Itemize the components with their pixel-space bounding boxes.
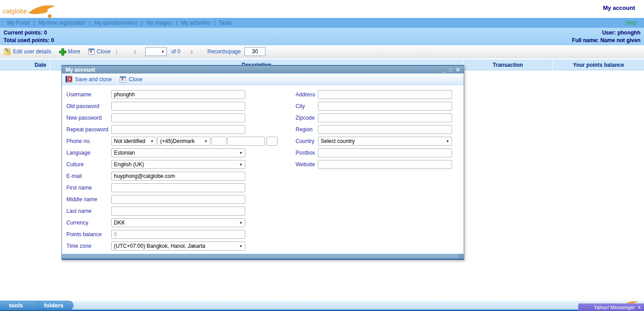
form-left-column: Username Old password New password Repea…	[66, 89, 278, 252]
dialog-toolbar: Save and close Close	[62, 73, 464, 85]
email-field[interactable]	[111, 172, 245, 181]
website-label: Website	[296, 161, 318, 168]
timezone-select[interactable]: (UTC+07:00) Bangkok, Hanoi, Jakarta ▼	[111, 242, 245, 251]
form-row: Language Estonian ▼	[66, 147, 278, 159]
close-icon[interactable]: ✕	[456, 67, 460, 73]
dialog-window-controls: _ □ ✕	[442, 67, 460, 73]
address-field[interactable]	[318, 90, 452, 99]
form-row: Username	[66, 89, 278, 100]
full-name: Full name: Name not given	[572, 37, 640, 44]
phone-number-field[interactable]	[227, 137, 265, 146]
my-account-dialog: My account _ □ ✕ Save and close Close Us…	[61, 65, 464, 260]
resize-grip-icon[interactable]	[458, 254, 463, 258]
currency-label: Currency	[66, 220, 111, 226]
edit-user-details-button[interactable]: Edit user details	[4, 48, 51, 55]
middle-name-label: Middle name	[66, 196, 111, 203]
close-button[interactable]: Close	[88, 48, 111, 55]
postbox-field[interactable]	[318, 148, 452, 157]
address-label: Address	[296, 91, 318, 98]
phone-country-select[interactable]: (+45)Denmark ▼	[157, 137, 210, 146]
nav-my-time-registration[interactable]: My time registration	[39, 20, 86, 26]
form-row: Last name	[66, 205, 278, 217]
nav-tasks[interactable]: Tasks	[219, 20, 233, 26]
next-page-icon[interactable]: ›	[190, 48, 193, 55]
form-row: New password	[66, 112, 278, 124]
new-password-label: New password	[66, 115, 111, 121]
form-row: Time zone (UTC+07:00) Bangkok, Hanoi, Ja…	[66, 240, 278, 252]
nav-my-portal[interactable]: My Portal	[7, 20, 30, 26]
form-row: Middle name	[66, 194, 278, 205]
dialog-status-bar	[62, 254, 464, 259]
save-disk-icon	[65, 76, 72, 82]
previous-page-icon[interactable]: ‹	[134, 48, 136, 55]
my-account-link[interactable]: My account	[603, 4, 635, 11]
chevron-down-icon: ▼	[446, 139, 449, 143]
nav-my-activities[interactable]: My activities	[181, 20, 210, 26]
city-field[interactable]	[318, 102, 452, 111]
last-name-field[interactable]	[111, 207, 245, 216]
user-summary: User: phonghh Full name: Name not given	[572, 29, 640, 44]
form-row: E-mail	[66, 170, 278, 182]
more-button[interactable]: More	[59, 48, 80, 55]
form-row: Region	[296, 124, 452, 135]
old-password-label: Old password	[66, 103, 111, 109]
column-header-transaction[interactable]: Transaction	[463, 60, 553, 70]
repeat-password-field[interactable]	[111, 125, 245, 134]
select-value: (UTC+07:00) Bangkok, Hanoi, Jakarta	[114, 243, 205, 249]
country-label: Country	[296, 138, 318, 144]
records-per-page-input[interactable]	[244, 47, 265, 56]
culture-select[interactable]: English (UK) ▼	[111, 160, 245, 169]
region-label: Region	[296, 126, 318, 133]
country-select[interactable]: Select country ▼	[318, 137, 452, 146]
nav-my-images[interactable]: My images	[146, 20, 172, 26]
first-name-label: First name	[66, 185, 111, 191]
phone-ext-field[interactable]	[266, 137, 278, 146]
currency-select[interactable]: DKK ▼	[111, 218, 245, 227]
form-row: City	[296, 100, 452, 112]
dialog-close-button[interactable]: Close	[120, 76, 143, 82]
website-field[interactable]	[318, 160, 452, 169]
zipcode-field[interactable]	[318, 113, 452, 122]
more-label: More	[68, 48, 80, 55]
page-select[interactable]: ▼	[145, 47, 167, 56]
dialog-title-bar[interactable]: My account _ □ ✕	[62, 65, 464, 73]
phone-type-select[interactable]: Not identified ▼	[111, 137, 157, 146]
column-header-points-balance[interactable]: Your points balance	[553, 60, 644, 70]
form-row: Old password	[66, 100, 278, 112]
minimize-icon[interactable]: _	[442, 67, 445, 73]
points-summary: Current points: 0 Total used points: 0	[4, 29, 54, 44]
nav-bar: My Portal | My time registration | My qu…	[0, 18, 644, 28]
username-field[interactable]	[111, 90, 245, 99]
save-and-close-button[interactable]: Save and close	[65, 76, 112, 82]
culture-label: Culture	[66, 161, 111, 168]
maximize-icon[interactable]: □	[449, 67, 452, 73]
nav-separator: |	[141, 20, 143, 26]
zipcode-label: Zipcode	[296, 115, 318, 121]
nav-my-questionnaires[interactable]: My questionnaires	[94, 20, 138, 26]
form-row: Repeat password	[66, 124, 278, 135]
old-password-field[interactable]	[111, 102, 245, 111]
new-password-field[interactable]	[111, 113, 245, 122]
messenger-close-icon[interactable]: ×	[638, 304, 641, 311]
nav-separator: |	[214, 20, 215, 26]
column-header-date[interactable]: Date	[0, 60, 50, 70]
middle-name-field[interactable]	[111, 195, 245, 204]
phone-area-field[interactable]	[211, 137, 226, 146]
help-link[interactable]: Help	[626, 20, 637, 26]
region-field[interactable]	[318, 125, 452, 134]
form-row: Website	[296, 159, 452, 170]
page-of-label: of 0	[171, 48, 180, 55]
tab-tools[interactable]: tools	[0, 301, 39, 310]
select-value: (+45)Denmark	[160, 138, 195, 144]
form-row: Currency DKK ▼	[66, 217, 278, 229]
language-label: Language	[66, 150, 111, 156]
catglobe-logo: catglobe	[3, 1, 57, 18]
records-per-page-label: Records/page	[207, 48, 241, 55]
logo-text: catglobe	[3, 8, 27, 15]
yahoo-messenger-bar[interactable]: Yahoo! Messenger ×	[578, 303, 644, 311]
username-label: Username	[66, 91, 111, 98]
logo-swoosh-icon	[27, 1, 57, 18]
language-select[interactable]: Estonian ▼	[111, 148, 245, 157]
first-name-field[interactable]	[111, 183, 245, 192]
form-row: Postbox	[296, 147, 452, 159]
